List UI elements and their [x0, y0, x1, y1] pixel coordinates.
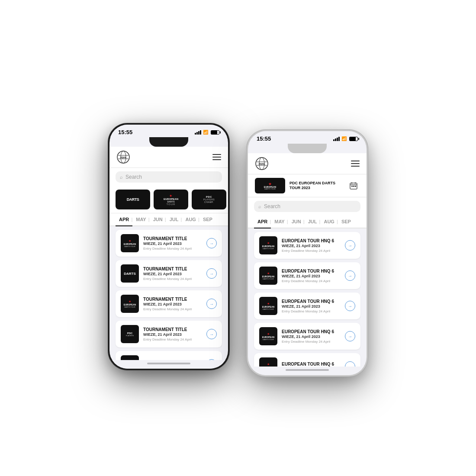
- tournament-location-4: WIEZE, 21 April 2023: [143, 332, 202, 337]
- tournament-card-1[interactable]: ★ EUROPEAN DARTS TOUR TOURNAMENT TITLE W…: [116, 230, 222, 257]
- tournament-card-3[interactable]: ★ EUROPEAN DARTS TOUR TOURNAMENT TITLE W…: [116, 290, 222, 317]
- tournament-arrow-4[interactable]: →: [206, 329, 217, 339]
- r-tournament-arrow-4[interactable]: →: [345, 331, 355, 341]
- signal-bars-right: [333, 137, 340, 141]
- month-tab-jul-left[interactable]: JUL: [166, 216, 182, 223]
- tournament-list-left: ★ EUROPEAN DARTS TOUR TOURNAMENT TITLE W…: [109, 226, 228, 360]
- search-icon-right: ⌕: [258, 204, 261, 209]
- notch-left: [149, 137, 188, 147]
- tournament-arrow-2[interactable]: →: [206, 268, 217, 279]
- r-tournament-deadline-2: Entry Deadline Monday 24 April: [282, 279, 341, 283]
- month-tab-jun-right[interactable]: JUN: [288, 218, 305, 225]
- tournament-arrow-3[interactable]: →: [206, 299, 217, 309]
- tournament-logo-2: DARTS: [121, 264, 139, 283]
- r-tournament-title-4: EUROPEAN TOUR HNQ 6: [282, 329, 341, 334]
- hamburger-menu-left[interactable]: [212, 154, 221, 160]
- hamburger-menu-right[interactable]: [351, 161, 360, 167]
- month-tab-jul-right[interactable]: JUL: [305, 218, 321, 225]
- tournament-arrow-1[interactable]: →: [206, 238, 217, 248]
- tournament-logo-1: ★ EUROPEAN DARTS TOUR: [121, 234, 139, 252]
- status-icons-right: 📶: [333, 136, 358, 141]
- r-tournament-arrow-1[interactable]: →: [345, 240, 355, 251]
- tournament-deadline-1: Entry Deadline Monday 24 April: [143, 247, 202, 251]
- r-tournament-arrow-5[interactable]: →: [345, 361, 355, 367]
- search-bar-right: ⌕ Search: [248, 197, 367, 215]
- signal-bars-left: [195, 130, 201, 135]
- r-tournament-arrow-3[interactable]: →: [345, 301, 355, 311]
- home-indicator-left: [109, 360, 228, 369]
- svg-rect-14: [351, 186, 353, 187]
- search-placeholder-left: Search: [125, 174, 142, 180]
- r-tournament-card-4[interactable]: ★ EUROPEAN DARTS TOUR EUROPEAN TOUR HNQ …: [254, 323, 360, 350]
- pdpa-logo-svg-right: PDPA: [255, 157, 269, 170]
- r-tournament-title-3: EUROPEAN TOUR HNQ 6: [282, 299, 341, 304]
- wifi-icon-left: 📶: [203, 130, 208, 135]
- tournament-card-4[interactable]: PDC PLAYERS TOURNAMENT TITLE WIEZE, 21 A…: [116, 321, 222, 347]
- tour-logo-euro[interactable]: ★ EUROPEAN DARTS TOUR: [154, 190, 188, 209]
- status-bar-left: 15:55 📶: [109, 125, 228, 137]
- search-icon-left: ⌕: [120, 174, 123, 180]
- svg-rect-16: [355, 186, 356, 187]
- month-tab-apr-left[interactable]: APR: [116, 216, 132, 223]
- battery-icon-left: [211, 130, 219, 135]
- r-tournament-card-5[interactable]: ★ EUROPEAN DARTS TOUR EUROPEAN TOUR HNQ …: [254, 353, 360, 367]
- tour-logo-darts[interactable]: DARTS: [116, 190, 150, 209]
- status-time-left: 15:55: [118, 129, 132, 135]
- search-bar-left: ⌕ Search: [109, 168, 228, 186]
- month-tab-aug-right[interactable]: AUG: [320, 218, 338, 225]
- tournament-card-5[interactable]: ★ EUROPEAN DARTS TOUR TOURNAMENT TITLE W…: [116, 351, 222, 360]
- month-tab-may-right[interactable]: MAY: [271, 218, 288, 225]
- r-tournament-arrow-2[interactable]: →: [345, 270, 355, 281]
- r-tournament-card-3[interactable]: ★ EUROPEAN DARTS TOUR EUROPEAN TOUR HNQ …: [254, 293, 360, 319]
- r-tournament-deadline-1: Entry Deadline Monday 24 April: [282, 249, 341, 253]
- r-tournament-info-5: EUROPEAN TOUR HNQ 6 WIEZE, 21 April 2023: [282, 362, 341, 367]
- r-tournament-title-1: EUROPEAN TOUR HNQ 6: [282, 238, 341, 243]
- month-tab-jun-left[interactable]: JUN: [150, 216, 166, 223]
- r-tournament-location-3: WIEZE, 21 April 2023: [282, 304, 341, 309]
- calendar-icon: [349, 181, 358, 190]
- r-tournament-logo-5: ★ EUROPEAN DARTS TOUR: [259, 357, 277, 367]
- month-tab-sep-right[interactable]: SEP: [338, 218, 354, 225]
- svg-text:PDPA: PDPA: [120, 156, 126, 159]
- tour-logos-left: DARTS ★ EUROPEAN DARTS TOUR PDC PLAYERS: [109, 186, 228, 213]
- r-tournament-card-1[interactable]: ★ EUROPEAN DARTS TOUR EUROPEAN TOUR HNQ …: [254, 232, 360, 259]
- r-tournament-info-4: EUROPEAN TOUR HNQ 6 WIEZE, 21 April 2023…: [282, 329, 341, 344]
- pdpa-logo-right: PDPA: [255, 157, 269, 170]
- tournament-info-1: TOURNAMENT TITLE WIEZE, 21 April 2023 En…: [143, 236, 202, 251]
- tour-name-right: PDC EUROPEAN DARTS TOUR 2023: [289, 181, 343, 190]
- r-tournament-location-4: WIEZE, 21 April 2023: [282, 334, 341, 339]
- tournament-card-2[interactable]: DARTS TOURNAMENT TITLE WIEZE, 21 April 2…: [116, 260, 222, 287]
- tournament-deadline-4: Entry Deadline Monday 24 April: [143, 338, 202, 341]
- tournament-logo-5: ★ EUROPEAN DARTS TOUR: [121, 355, 139, 360]
- wifi-icon-right: 📶: [341, 136, 347, 141]
- month-tabs-right: APR MAY JUN JUL AUG SEP: [248, 215, 367, 228]
- tournament-logo-4: PDC PLAYERS: [121, 325, 139, 343]
- status-time-right: 15:55: [257, 135, 271, 142]
- tournament-logo-3: ★ EUROPEAN DARTS TOUR: [121, 295, 139, 313]
- home-bar-left: [147, 363, 190, 364]
- r-tournament-info-2: EUROPEAN TOUR HNQ 6 WIEZE, 21 April 2023…: [282, 269, 341, 283]
- phone-left: 15:55 📶: [108, 123, 229, 370]
- svg-text:PDPA: PDPA: [259, 163, 265, 165]
- month-tab-may-left[interactable]: MAY: [132, 216, 149, 223]
- tournament-location-2: WIEZE, 21 April 2023: [143, 272, 202, 276]
- notch-right: [288, 144, 327, 153]
- app-header-right: PDPA: [248, 153, 367, 174]
- home-bar-right: [286, 369, 329, 371]
- calendar-icon-btn[interactable]: [347, 180, 360, 192]
- tournament-location-1: WIEZE, 21 April 2023: [143, 241, 202, 246]
- search-input-right[interactable]: ⌕ Search: [254, 201, 360, 212]
- tournament-deadline-2: Entry Deadline Monday 24 April: [143, 277, 202, 281]
- r-tournament-card-2[interactable]: ★ EUROPEAN DARTS TOUR EUROPEAN TOUR HNQ …: [254, 262, 360, 289]
- tour-logo-pdc[interactable]: PDC PLAYERS CHAMP.: [192, 190, 226, 209]
- month-tab-apr-right[interactable]: APR: [254, 218, 271, 225]
- tournament-info-4: TOURNAMENT TITLE WIEZE, 21 April 2023 En…: [143, 327, 202, 341]
- search-input-left[interactable]: ⌕ Search: [116, 171, 222, 183]
- r-tournament-logo-1: ★ EUROPEAN DARTS TOUR: [259, 236, 277, 254]
- tour-selection-right: ★ EUROPEAN DARTS TOUR PDC EUROPEAN DARTS…: [248, 174, 367, 197]
- r-tournament-info-1: EUROPEAN TOUR HNQ 6 WIEZE, 21 April 2023…: [282, 238, 341, 253]
- month-tab-sep-left[interactable]: SEP: [199, 216, 216, 223]
- tour-info-right: PDC EUROPEAN DARTS TOUR 2023: [289, 181, 343, 190]
- month-tab-aug-left[interactable]: AUG: [182, 216, 199, 223]
- tournament-info-3: TOURNAMENT TITLE WIEZE, 21 April 2023 En…: [143, 297, 202, 311]
